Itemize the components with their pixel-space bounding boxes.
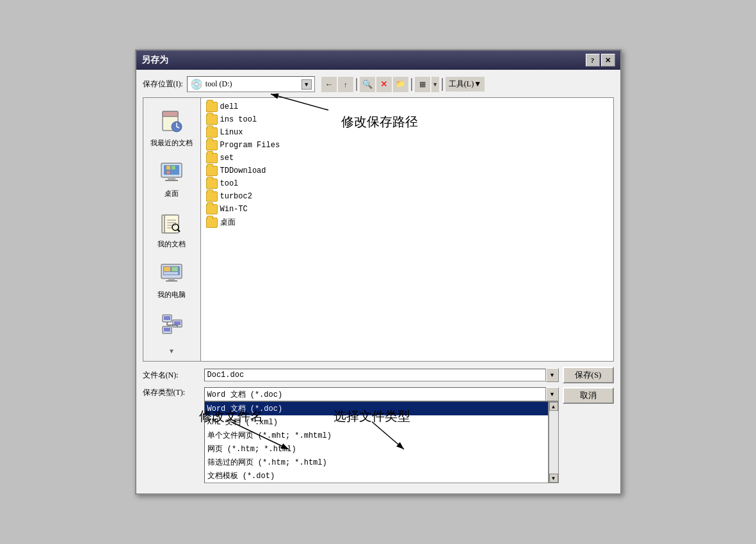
main-content: 我最近的文档 <box>143 97 614 362</box>
svg-rect-7 <box>166 166 170 170</box>
filename-label: 文件名(N): <box>143 370 200 381</box>
tools-arrow: ▼ <box>474 79 481 88</box>
list-item[interactable]: set <box>204 152 611 164</box>
back-button[interactable]: ← <box>321 77 337 92</box>
search-button[interactable]: 🔍 <box>360 77 375 92</box>
help-button[interactable]: ? <box>586 54 600 67</box>
filetype-dropdown-wrapper: ▼ Word 文档 (*.doc) XML 文档 (*.xml) 单个文件网页 … <box>204 387 559 483</box>
filetype-label: 保存类型(T): <box>143 387 200 398</box>
file-name: ins tool <box>220 115 257 124</box>
location-label: 保存位置(I): <box>143 79 183 90</box>
desktop-icon <box>156 157 187 188</box>
bottom-fields: 文件名(N): ▼ 保存(S) 保存类型(T): ▼ <box>143 367 614 483</box>
dialog-body: 保存位置(I): 💿 tool (D:) ▼ ← ↑ 🔍 ✕ 📁 ▦ ▼ <box>136 70 620 493</box>
dropdown-scrollbar: ▲ ▼ <box>549 401 559 483</box>
filename-dropdown-button[interactable]: ▼ <box>546 368 559 382</box>
close-button[interactable]: ✕ <box>601 54 615 67</box>
new-folder-button[interactable]: 📁 <box>393 77 408 92</box>
svg-rect-27 <box>174 321 181 325</box>
list-item[interactable]: TDDownload <box>204 164 611 177</box>
sidebar: 我最近的文档 <box>143 98 201 361</box>
folder-icon <box>206 204 218 214</box>
filetype-dropdown-button[interactable]: ▼ <box>546 387 559 401</box>
svg-rect-5 <box>168 177 175 180</box>
location-dropdown-arrow[interactable]: ▼ <box>302 79 312 90</box>
save-as-dialog: 另存为 ? ✕ 保存位置(I): 💿 tool (D:) ▼ ← ↑ <box>135 49 622 495</box>
sidebar-scroll-down[interactable]: ▼ <box>146 346 197 356</box>
scroll-up-button[interactable]: ▲ <box>549 402 558 411</box>
list-item[interactable]: tool <box>204 177 611 190</box>
folder-icon <box>206 140 218 150</box>
dropdown-option[interactable]: 筛选过的网页 (*.htm; *.html) <box>205 456 548 469</box>
folder-icon <box>206 102 218 112</box>
tools-menu[interactable]: 工具(L)▼ <box>446 77 485 92</box>
cancel-button[interactable]: 取消 <box>563 387 614 404</box>
save-button[interactable]: 保存(S) <box>563 367 614 383</box>
svg-rect-1 <box>163 111 178 116</box>
separator-3 <box>442 78 443 91</box>
file-name: Linux <box>220 128 243 137</box>
sidebar-item-network[interactable] <box>146 305 197 344</box>
location-combo[interactable]: 💿 tool (D:) ▼ <box>187 76 315 92</box>
dropdown-option[interactable]: 文档模板 (*.dot) <box>205 469 548 483</box>
file-name: 桌面 <box>220 217 236 228</box>
recent-docs-icon <box>156 106 187 137</box>
desktop-label: 桌面 <box>165 189 179 198</box>
dropdown-option[interactable]: 单个文件网页 (*.mht; *.mhtml) <box>205 429 548 442</box>
list-item[interactable]: turboc2 <box>204 190 611 203</box>
filename-input[interactable] <box>204 369 546 381</box>
list-item[interactable]: ins tool <box>204 113 611 126</box>
sidebar-item-desktop[interactable]: 桌面 <box>146 154 197 202</box>
list-item[interactable]: Win-TC <box>204 203 611 216</box>
list-item[interactable]: Program Files <box>204 139 611 152</box>
view-button[interactable]: ▦ <box>415 77 430 92</box>
filetype-dropdown-list: Word 文档 (*.doc) XML 文档 (*.xml) 单个文件网页 (*… <box>204 401 559 483</box>
title-bar-buttons: ? ✕ <box>586 54 615 67</box>
dialog-title: 另存为 <box>141 54 168 66</box>
file-name: set <box>220 154 234 163</box>
sidebar-item-recent[interactable]: 我最近的文档 <box>146 103 197 151</box>
title-bar: 另存为 ? ✕ <box>136 51 620 70</box>
tools-label: 工具(L) <box>449 79 474 88</box>
my-computer-label: 我的电脑 <box>157 290 186 300</box>
file-name: TDDownload <box>220 166 266 175</box>
folder-icon <box>206 115 218 125</box>
view-dropdown-arrow[interactable]: ▼ <box>431 77 439 92</box>
svg-rect-23 <box>164 272 178 275</box>
folder-icon <box>206 127 218 138</box>
filetype-input[interactable] <box>204 387 546 401</box>
svg-rect-29 <box>164 328 170 332</box>
dropdown-option[interactable]: 网页 (*.htm; *.html) <box>205 442 548 456</box>
dropdown-option[interactable]: Word 文档 (*.doc) <box>205 402 548 415</box>
delete-button[interactable]: ✕ <box>376 77 392 92</box>
list-item[interactable]: Linux <box>204 126 611 139</box>
my-docs-icon <box>156 207 187 238</box>
folder-icon <box>206 166 218 176</box>
file-name: tool <box>220 179 239 188</box>
dropdown-option[interactable]: XML 文档 (*.xml) <box>205 415 548 429</box>
network-icon <box>156 308 187 339</box>
my-computer-icon <box>156 258 187 289</box>
scroll-down-button[interactable]: ▼ <box>549 474 558 483</box>
file-name: turboc2 <box>220 192 252 201</box>
separator-2 <box>411 78 412 91</box>
filename-input-group: ▼ <box>204 368 559 382</box>
file-name: dell <box>220 102 239 111</box>
list-item[interactable]: dell <box>204 100 611 113</box>
filetype-row: 保存类型(T): ▼ Word 文档 (*.doc) XML 文档 (*.xml… <box>143 387 614 483</box>
main-area: 我最近的文档 <box>143 97 614 362</box>
recent-docs-label: 我最近的文档 <box>150 138 193 148</box>
filetype-combo: ▼ <box>204 387 559 401</box>
list-item[interactable]: 桌面 <box>204 216 611 229</box>
folder-icon <box>206 218 218 228</box>
svg-rect-9 <box>166 171 170 174</box>
scroll-track <box>549 411 558 474</box>
up-button[interactable]: ↑ <box>338 77 353 92</box>
file-list-area: dell ins tool Linux Program Files <box>201 98 613 361</box>
sidebar-item-mydocs[interactable]: 我的文档 <box>146 204 197 252</box>
svg-rect-19 <box>168 278 175 280</box>
file-name: Win-TC <box>220 205 248 214</box>
svg-rect-22 <box>172 267 178 271</box>
sidebar-item-mycomputer[interactable]: 我的电脑 <box>146 255 197 303</box>
file-name: Program Files <box>220 141 280 150</box>
